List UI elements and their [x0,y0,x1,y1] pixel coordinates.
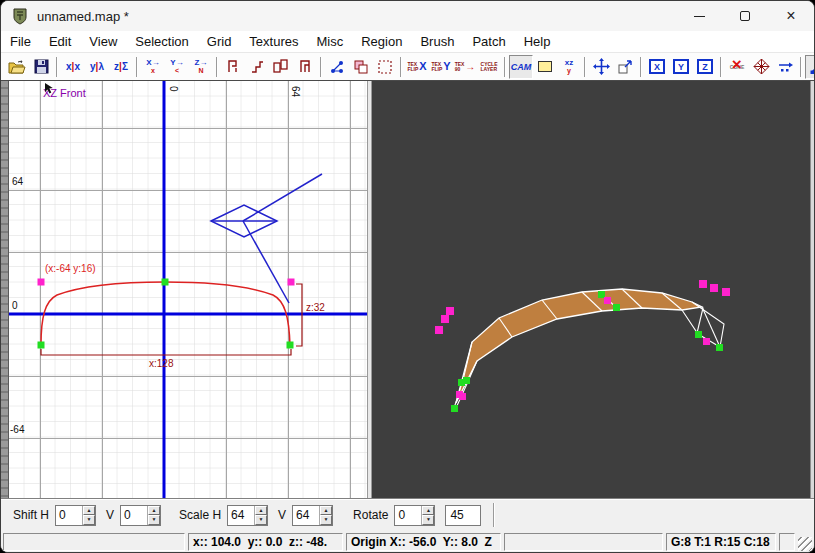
close-button[interactable]: × [768,1,814,31]
toolbar-separator [56,57,58,77]
texture-flip-y-button[interactable]: TEXFLIPY [429,55,453,79]
right-edge-strip [810,81,814,498]
control-point-green[interactable] [287,342,294,349]
menu-misc[interactable]: Misc [308,32,353,51]
spin-down-button[interactable]: ▼ [148,515,160,525]
rotate-stepper[interactable]: 0 ▲▼ [394,505,435,526]
rotate-step-field[interactable]: 45 [445,505,481,526]
open-button[interactable] [5,55,29,79]
toolbar-separator [800,57,802,77]
camera-3d-canvas[interactable] [372,81,810,498]
brush-tool-2-button[interactable] [245,55,269,79]
brush-tool-4-icon [298,59,313,74]
spin-up-button[interactable]: ▲ [148,506,160,516]
menu-grid[interactable]: Grid [198,32,241,51]
rotate-label: Rotate [353,508,388,522]
shift-h-stepper[interactable]: 0 ▲▼ [55,505,96,526]
control-point-green[interactable] [162,279,169,286]
spin-down-button[interactable]: ▼ [320,515,332,525]
resize-grip[interactable] [798,537,812,551]
brush-tool-4-button[interactable] [293,55,317,79]
maximize-button[interactable] [722,1,768,31]
spin-down-button[interactable]: ▼ [255,515,267,525]
clone-brush-button[interactable] [349,55,373,79]
brush-tool-2-icon [250,59,265,74]
lock-x-button[interactable]: X [645,55,669,79]
shift-v-value[interactable]: 0 [121,506,147,525]
status-counts: G:8 T:1 R:15 C:18 [666,533,776,551]
menu-view[interactable]: View [80,32,126,51]
rotate-value[interactable]: 0 [395,506,421,525]
axis-label-64: 64 [12,176,24,187]
spin-down-button[interactable]: ▼ [422,515,434,525]
spin-up-button[interactable]: ▲ [320,506,332,516]
cone-icon: CONE× [730,64,744,70]
control-point-magenta[interactable] [288,279,295,286]
cone-disable-button[interactable]: CONE× [725,55,749,79]
flip-x-button[interactable]: x|x [61,55,85,79]
spin-up-button[interactable]: ▲ [422,506,434,516]
menu-region[interactable]: Region [352,32,411,51]
axis-top-label-64: 64 [290,86,301,98]
texture-flip-x-button[interactable]: TEXFLIPX [405,55,429,79]
vertex-mode-button[interactable] [325,55,349,79]
control-point-green[interactable] [38,342,45,349]
spin-down-button[interactable]: ▼ [83,515,95,525]
camera-3d-view[interactable] [372,81,810,498]
brush-tool-1-button[interactable] [221,55,245,79]
scale-v-stepper[interactable]: 64 ▲▼ [292,505,333,526]
patch-weld-button[interactable] [749,55,773,79]
save-button[interactable] [29,55,53,79]
edge-mode-icon [809,59,814,75]
scale-h-stepper[interactable]: 64 ▲▼ [227,505,268,526]
menu-patch[interactable]: Patch [463,32,514,51]
patch-insert-button[interactable] [773,55,797,79]
scale-h-value[interactable]: 64 [228,506,254,525]
toggle-views-button[interactable]: xzy [557,55,581,79]
shift-v-stepper[interactable]: 0 ▲▼ [120,505,161,526]
scale-h-label: Scale H [179,508,221,522]
window-layout-icon [538,61,552,72]
scale-v-label: V [278,508,286,522]
rotate-z-button[interactable]: Z→N [189,55,213,79]
app-window: unnamed.map * × File Edit View Selection… [0,0,815,553]
lock-x-icon: X [649,59,665,74]
brush-tool-3-button[interactable] [269,55,293,79]
selection-box-button[interactable] [373,55,397,79]
camera-view-icon: CAM [511,62,532,72]
spin-up-button[interactable]: ▲ [83,506,95,516]
spin-up-button[interactable]: ▲ [255,506,267,516]
menu-help[interactable]: Help [515,32,560,51]
camera-view-button[interactable]: CAM [509,55,533,79]
clone-brush-icon [353,59,369,75]
rotate-y-button[interactable]: Y→< [165,55,189,79]
cycle-layer-button[interactable]: CYCLELAYER [477,55,501,79]
save-floppy-icon [34,59,49,74]
lock-y-button[interactable]: Y [669,55,693,79]
menu-edit[interactable]: Edit [40,32,80,51]
flip-z-button[interactable]: z|Σ [109,55,133,79]
menu-selection[interactable]: Selection [126,32,197,51]
menu-file[interactable]: File [1,32,40,51]
menu-textures[interactable]: Textures [240,32,307,51]
flip-y-button[interactable]: y|λ [85,55,109,79]
shift-h-value[interactable]: 0 [56,506,82,525]
red-cross-icon: × [732,55,742,75]
rotate-x-button[interactable]: X→x [141,55,165,79]
minimize-button[interactable] [676,1,722,31]
menu-bar: File Edit View Selection Grid Textures M… [1,31,814,53]
window-layout-button[interactable] [533,55,557,79]
shift-h-label: Shift H [13,508,49,522]
free-move-button[interactable] [589,55,613,79]
scale-v-value[interactable]: 64 [293,506,319,525]
texture-rotate-90-button[interactable]: TEX90→ [453,55,477,79]
popout-window-button[interactable] [613,55,637,79]
edge-mode-button[interactable] [805,55,814,79]
menu-brush[interactable]: Brush [411,32,463,51]
lock-z-button[interactable]: Z [693,55,717,79]
title-bar[interactable]: unnamed.map * × [1,1,814,31]
control-point-magenta[interactable] [38,279,45,286]
axis-top-label-0: 0 [168,86,179,92]
ortho-2d-view[interactable]: 64 0 -64 0 64 XZ Front [9,81,367,498]
ortho-2d-canvas[interactable]: 64 0 -64 0 64 XZ Front [9,81,367,498]
